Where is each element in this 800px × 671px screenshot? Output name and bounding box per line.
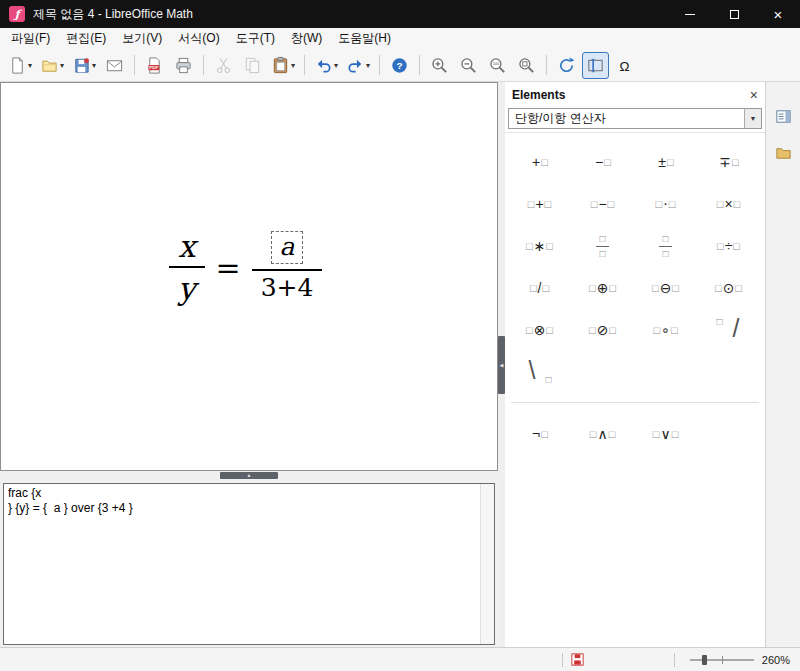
elements-close-button[interactable]: ×: [750, 88, 758, 102]
op-multiply-cross[interactable]: □×□: [697, 183, 760, 225]
minimize-icon: [685, 14, 695, 15]
zoom-optimal-button[interactable]: [513, 52, 540, 79]
op-boolean-or[interactable]: □∨□: [634, 413, 697, 455]
paste-button[interactable]: ▾: [268, 52, 298, 79]
menu-help[interactable]: 도움말(H): [330, 27, 399, 50]
dropdown-caret-icon[interactable]: ▾: [366, 61, 370, 70]
op-boolean-not[interactable]: ¬□: [508, 413, 571, 455]
toolbar-separator: [304, 55, 305, 75]
elements-panel-header: Elements ×: [505, 82, 765, 107]
undo-button[interactable]: ▾: [311, 52, 341, 79]
formula-denominator-3plus4: 3+4: [252, 269, 323, 303]
redo-button[interactable]: ▾: [343, 52, 373, 79]
horizontal-splitter[interactable]: ▲: [0, 471, 498, 479]
chevron-down-icon[interactable]: ▼: [744, 109, 761, 128]
copy-button[interactable]: [239, 52, 266, 79]
op-boolean-and[interactable]: □∧□: [571, 413, 634, 455]
elements-panel: Elements × 단항/이항 연산자 ▼ +□−□±□∓□□+□□−□□⋅□…: [505, 82, 765, 647]
send-email-button[interactable]: [101, 52, 128, 79]
update-button[interactable]: [553, 52, 580, 79]
op-addition[interactable]: □+□: [508, 183, 571, 225]
dropdown-caret-icon[interactable]: ▾: [28, 61, 32, 70]
op-circled-times[interactable]: □⊗□: [508, 309, 571, 351]
close-button[interactable]: ×: [756, 0, 800, 28]
menu-tools[interactable]: 도구(T): [228, 27, 283, 50]
op-wideslash[interactable]: □/: [697, 309, 760, 351]
menu-edit[interactable]: 편집(E): [58, 27, 114, 50]
formula-cursor-button[interactable]: [582, 52, 609, 79]
zoom-out-icon: [459, 56, 478, 75]
close-icon: ×: [774, 7, 783, 22]
zoom-out-button[interactable]: [455, 52, 482, 79]
title-bar[interactable]: ƒ 제목 없음 4 - LibreOffice Math ×: [0, 0, 800, 28]
dropdown-caret-icon[interactable]: ▾: [334, 61, 338, 70]
document-modified-icon[interactable]: [570, 652, 585, 667]
op-composition[interactable]: □∘□: [634, 309, 697, 351]
omega-icon: Ω: [615, 56, 634, 75]
help-button[interactable]: ?: [386, 52, 413, 79]
horizontal-splitter-handle[interactable]: ▲: [220, 472, 278, 479]
op-divide-stacked[interactable]: □□: [634, 225, 697, 267]
op-subtraction[interactable]: □−□: [571, 183, 634, 225]
redo-icon: [346, 56, 365, 75]
op-circled-minus[interactable]: □⊖□: [634, 267, 697, 309]
math-app-icon: ƒ: [9, 6, 25, 22]
export-pdf-button[interactable]: PDF: [141, 52, 168, 79]
window-controls: ×: [668, 0, 800, 28]
formula-view[interactable]: x y = a 3+4: [0, 82, 498, 471]
maximize-button[interactable]: [712, 0, 756, 28]
svg-text:?: ?: [397, 60, 403, 71]
zoom-in-button[interactable]: [426, 52, 453, 79]
formula-cursor-selection[interactable]: a: [271, 231, 304, 264]
op-plus-minus[interactable]: ±□: [634, 141, 697, 183]
symbols-button[interactable]: Ω: [611, 52, 638, 79]
elements-panel-title: Elements: [512, 88, 565, 102]
command-editor-scrollbar[interactable]: [480, 484, 494, 644]
fraction-a-over-3plus4: a 3+4: [252, 231, 323, 303]
dropdown-caret-icon[interactable]: ▾: [60, 61, 64, 70]
op-circled-dot[interactable]: □⊙□: [697, 267, 760, 309]
op-minus-plus[interactable]: ∓□: [697, 141, 760, 183]
menu-file[interactable]: 파일(F): [3, 27, 58, 50]
formula-denominator-y: y: [169, 266, 205, 305]
vertical-splitter[interactable]: ◀: [498, 82, 505, 647]
op-multiply-dot[interactable]: □⋅□: [634, 183, 697, 225]
open-button[interactable]: ▾: [37, 52, 67, 79]
sidebar-settings-tab[interactable]: [769, 104, 797, 132]
zoom-slider[interactable]: [690, 652, 754, 668]
op-plus[interactable]: +□: [508, 141, 571, 183]
copy-icon: [243, 56, 262, 75]
zoom-level[interactable]: 260%: [762, 654, 800, 666]
new-document-button[interactable]: ▾: [5, 52, 35, 79]
formula-numerator-x: x: [169, 229, 204, 266]
toolbar: ▾▾▾PDF▾▾▾?100Ω: [0, 49, 800, 82]
category-dropdown[interactable]: 단항/이항 연산자 ▼: [508, 108, 762, 129]
op-divide-sign[interactable]: □÷□: [697, 225, 760, 267]
zoom-100-button[interactable]: 100: [484, 52, 511, 79]
elements-deck-tab[interactable]: [769, 140, 797, 168]
op-minus[interactable]: −□: [571, 141, 634, 183]
menu-view[interactable]: 보기(V): [114, 27, 170, 50]
menu-window[interactable]: 창(W): [283, 27, 330, 50]
dropdown-caret-icon[interactable]: ▾: [92, 61, 96, 70]
menu-bar: 파일(F)편집(E)보기(V)서식(O)도구(T)창(W)도움말(H): [0, 28, 800, 49]
menu-format[interactable]: 서식(O): [170, 27, 227, 50]
cut-button[interactable]: [210, 52, 237, 79]
maximize-icon: [730, 10, 739, 19]
save-button[interactable]: ▾: [69, 52, 99, 79]
op-circled-plus[interactable]: □⊕□: [571, 267, 634, 309]
help-icon: ?: [390, 56, 409, 75]
op-divide-fraction[interactable]: □□: [571, 225, 634, 267]
vertical-splitter-handle[interactable]: ◀: [498, 336, 505, 394]
statusbar-separator: [562, 653, 563, 667]
dropdown-caret-icon[interactable]: ▾: [291, 61, 295, 70]
op-circled-slash[interactable]: □⊘□: [571, 309, 634, 351]
op-multiply-asterisk[interactable]: □∗□: [508, 225, 571, 267]
print-button[interactable]: [170, 52, 197, 79]
command-editor[interactable]: frac {x} {y} = { a } over {3 +4 }: [3, 483, 495, 645]
op-widebslash[interactable]: \□: [508, 351, 571, 393]
zoom-slider-handle[interactable]: [702, 655, 707, 665]
minimize-button[interactable]: [668, 0, 712, 28]
command-text[interactable]: frac {x} {y} = { a } over {3 +4 }: [8, 486, 478, 642]
op-divide-slash[interactable]: □/□: [508, 267, 571, 309]
